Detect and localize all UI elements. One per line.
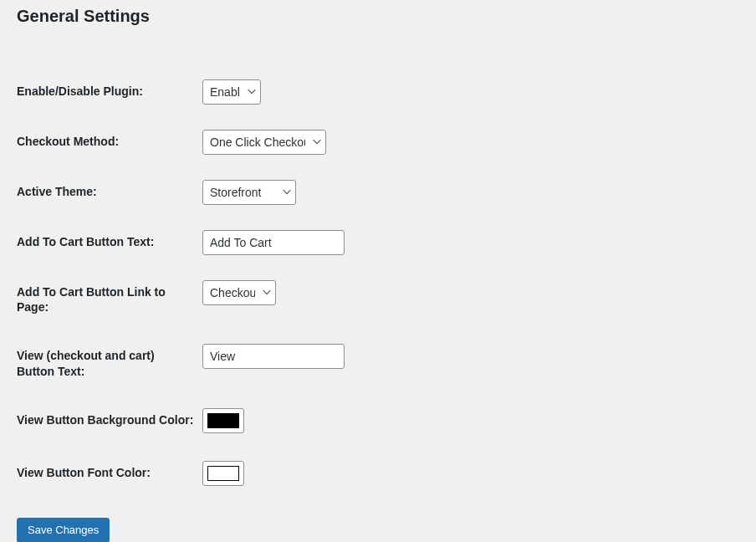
settings-form-table: Enable/Disable Plugin: Enable Checkout M… bbox=[17, 67, 739, 501]
active-theme-label: Active Theme: bbox=[17, 167, 202, 217]
view-font-color-label: View Button Font Color: bbox=[17, 448, 202, 501]
active-theme-select[interactable]: Storefront bbox=[202, 180, 296, 205]
checkout-method-select[interactable]: One Click Checkout bbox=[202, 130, 326, 155]
enable-plugin-label: Enable/Disable Plugin: bbox=[17, 67, 202, 117]
view-bg-color-picker[interactable] bbox=[202, 408, 244, 433]
page-title: General Settings bbox=[17, 0, 739, 29]
view-font-color-swatch bbox=[207, 466, 239, 481]
view-button-text-label: View (checkout and cart) Button Text: bbox=[17, 331, 202, 395]
enable-plugin-select[interactable]: Enable bbox=[202, 79, 261, 105]
view-font-color-picker[interactable] bbox=[202, 461, 244, 486]
checkout-method-label: Checkout Method: bbox=[17, 117, 202, 167]
add-to-cart-text-label: Add To Cart Button Text: bbox=[17, 217, 202, 268]
view-bg-color-swatch bbox=[207, 413, 239, 428]
add-to-cart-text-input[interactable] bbox=[202, 230, 345, 255]
save-changes-button[interactable]: Save Changes bbox=[17, 518, 110, 542]
add-to-cart-link-select[interactable]: Checkout bbox=[202, 280, 276, 305]
add-to-cart-link-label: Add To Cart Button Link to Page: bbox=[17, 268, 202, 331]
submit-row: Save Changes bbox=[17, 501, 739, 542]
view-button-text-input[interactable] bbox=[202, 344, 345, 369]
view-bg-color-label: View Button Background Color: bbox=[17, 396, 202, 448]
